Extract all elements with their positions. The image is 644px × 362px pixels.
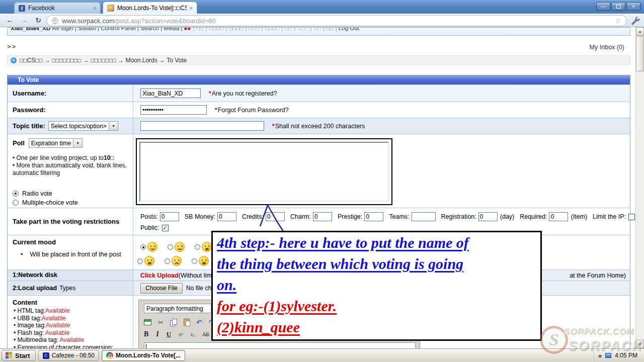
charm-input[interactable] <box>313 212 332 221</box>
topic-title-input[interactable] <box>140 121 264 131</box>
username-label: Username: <box>8 85 133 102</box>
close-button[interactable]: × <box>626 2 640 11</box>
strikethrough-button[interactable]: AB <box>202 332 209 337</box>
password-input[interactable] <box>140 105 207 115</box>
breadcrumb-text[interactable]: □□CS□□ → □□□□□□□□ → □□□□□□□ → Moon.Lords… <box>20 57 187 64</box>
undo-icon[interactable]: ↶ <box>196 318 202 326</box>
mood-option-think[interactable] <box>137 256 165 266</box>
screen: f Facebook × Moon.Lords-To Vote[□□CS□ × … <box>0 0 644 362</box>
address-bar[interactable]: www.sorpack.com/post.asp?action=vote&boa… <box>46 15 627 26</box>
radio-selected-icon[interactable] <box>13 191 19 197</box>
subscript-button[interactable]: x₂ <box>191 332 195 337</box>
required-asterisk: * <box>215 107 217 114</box>
file-chosen-text: No file cho <box>186 285 215 292</box>
check-icon: ✓ <box>163 225 167 231</box>
restore-button[interactable] <box>611 2 625 11</box>
paragraph-format-select[interactable]: Paragraph formatting ▼ <box>144 304 220 313</box>
new-window-icon[interactable] <box>144 319 151 325</box>
close-tab-icon[interactable]: × <box>190 5 193 11</box>
teams-input[interactable] <box>412 212 436 221</box>
annotation-arrow <box>249 199 294 235</box>
radio-selected-icon[interactable] <box>140 244 146 250</box>
scrollbar-thumb[interactable] <box>636 36 644 71</box>
browser-toolbar: ← → ↻ www.sorpack.com/post.asp?action=vo… <box>0 14 644 27</box>
tab-favicon-avatar <box>107 5 114 12</box>
restore-icon <box>616 5 621 9</box>
smiley-blush-icon <box>202 242 212 252</box>
tray-collapse-icon[interactable]: « <box>598 352 602 359</box>
multiple-choice-option[interactable]: Multiple-choice vote <box>13 198 133 207</box>
choose-file-button[interactable]: Choose File <box>140 283 183 294</box>
mood-option-smile[interactable] <box>140 242 168 252</box>
italic-button[interactable]: I <box>156 330 158 338</box>
my-inbox-link[interactable]: My Inbox (0) <box>590 44 624 51</box>
close-tab-icon[interactable]: × <box>93 5 96 11</box>
sb-money-input[interactable] <box>217 212 236 221</box>
upload-note: (Without limi <box>179 272 213 279</box>
clock[interactable]: 4:05 PM <box>615 352 637 359</box>
message-body-input[interactable] <box>144 342 416 348</box>
topic-select[interactable]: Select topics/option> ▼ <box>48 121 118 131</box>
poll-options-textarea[interactable] <box>139 142 389 202</box>
radio-icon[interactable] <box>195 244 200 250</box>
page-scrollbar[interactable]: ▲ ▼ <box>635 27 644 348</box>
public-checkbox[interactable]: ✓ <box>162 225 169 231</box>
radio-unselected-icon[interactable] <box>13 200 19 206</box>
required-input[interactable] <box>549 212 568 221</box>
scroll-down-icon[interactable]: ▼ <box>636 340 644 348</box>
limit-ip-checkbox[interactable] <box>628 214 635 220</box>
back-button[interactable]: ← <box>4 15 16 26</box>
cut-icon[interactable]: ✂ <box>158 319 164 326</box>
facebook-icon: f <box>19 5 25 12</box>
tutorial-annotation-box: 4th step:- here u have to put the name o… <box>211 231 542 341</box>
mood-option-giggle[interactable] <box>168 242 195 252</box>
forum-home-note: at the Forum Home) <box>570 272 626 279</box>
bookmark-star-icon[interactable]: ☆ <box>615 17 621 25</box>
windows-flag-icon <box>6 351 13 359</box>
radio-icon[interactable] <box>192 258 197 264</box>
annotation-line: 4th step:- here u have to put the name o… <box>217 232 536 253</box>
chevron-down-icon: ▼ <box>73 139 82 147</box>
start-button[interactable]: Start <box>2 350 36 361</box>
public-label: Public: <box>140 224 159 231</box>
forgot-password-link[interactable]: Forgot Forum Password? <box>218 107 289 114</box>
forum-top-nav-text[interactable]: Xiao_BiaN_XD Re login | Stealth | Contro… <box>8 27 630 31</box>
radio-icon[interactable] <box>168 244 173 250</box>
content-permissions: • HTML tag:Available • UBB tag:Available… <box>14 307 133 348</box>
annotation-line: on. <box>217 275 536 296</box>
nav-links[interactable]: Re login | Stealth | Control Panel | Sea… <box>52 27 182 31</box>
taskbar-item-browser[interactable]: Moon.Lords-To Vote[... <box>102 350 185 361</box>
taskbar-item-cafezee[interactable]: C Cafezee - 06:50 <box>38 350 99 361</box>
nav-logout-link[interactable]: Log Out <box>339 27 359 31</box>
poll-options-frame <box>136 138 392 205</box>
expiration-select[interactable]: Expiration time ▼ <box>29 138 83 148</box>
superscript-button[interactable]: x² <box>179 332 183 337</box>
forward-button[interactable]: → <box>18 15 30 26</box>
nav-category-squares[interactable]: ■■ | □□ | □□□□ | □□□□ | □□□ | □□□□ | □□ … <box>184 27 334 31</box>
tab-facebook[interactable]: f Facebook × <box>14 2 101 14</box>
mood-option-angry[interactable] <box>165 256 192 266</box>
tab-moonlords[interactable]: Moon.Lords-To Vote[□□CS□ × <box>103 2 197 14</box>
breadcrumb-arrow-icon: » <box>11 57 17 63</box>
copy-icon[interactable] <box>170 319 177 326</box>
radio-vote-option[interactable]: Radio vote <box>13 189 133 198</box>
username-input[interactable] <box>140 88 201 98</box>
minimize-button[interactable]: — <box>596 2 610 11</box>
tray-network-icon[interactable] <box>605 353 611 358</box>
wrench-menu-icon[interactable] <box>630 16 640 26</box>
click-upload-link[interactable]: Click Upload <box>140 272 179 279</box>
bold-button[interactable]: B <box>144 330 148 338</box>
underline-button[interactable]: U <box>167 330 171 338</box>
scroll-up-icon[interactable]: ▲ <box>636 27 644 36</box>
system-tray: « 4:05 PM <box>593 350 642 361</box>
reload-button[interactable]: ↻ <box>32 15 44 26</box>
posts-input[interactable] <box>160 212 179 221</box>
radio-icon[interactable] <box>137 258 143 264</box>
register-link[interactable]: Are you not registered? <box>212 90 277 97</box>
paste-icon[interactable] <box>184 319 190 326</box>
username-row: Username: *Are you not registered? <box>8 84 630 102</box>
radio-icon[interactable] <box>165 258 170 264</box>
prestige-input[interactable] <box>364 212 383 221</box>
registration-input[interactable] <box>478 212 498 221</box>
breadcrumb: » □□CS□□ → □□□□□□□□ → □□□□□□□ → Moon.Lor… <box>7 55 630 65</box>
